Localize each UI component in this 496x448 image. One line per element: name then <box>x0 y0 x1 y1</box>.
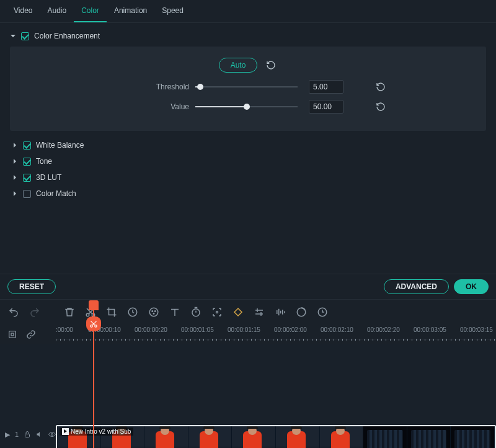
time-label: :00:00 <box>56 326 73 333</box>
lock-icon[interactable] <box>24 430 31 439</box>
text-icon[interactable] <box>169 306 181 318</box>
playhead-handle[interactable] <box>89 300 99 310</box>
delete-icon[interactable] <box>63 306 76 318</box>
section-white-balance: White Balance <box>10 137 486 153</box>
time-label: 00:00:02:00 <box>274 326 307 333</box>
render-icon[interactable] <box>295 306 308 318</box>
time-label: 00:00:03:15 <box>460 326 493 333</box>
auto-button[interactable]: Auto <box>219 58 258 73</box>
svg-point-6 <box>153 313 154 315</box>
chevron-right-icon[interactable] <box>12 158 18 164</box>
timeline-ruler[interactable]: :00:0000:00:00:1000:00:00:2000:00:01:050… <box>56 325 496 339</box>
clip-title-text: New Intro v2 with Sub <box>71 428 131 435</box>
svg-point-15 <box>91 325 93 328</box>
value-row: Value <box>25 100 471 114</box>
audio-icon[interactable] <box>274 306 286 318</box>
label-white-balance: White Balance <box>36 141 84 150</box>
undo-icon[interactable] <box>7 306 20 318</box>
label-tone: Tone <box>36 157 52 166</box>
time-label: 00:00:02:20 <box>367 326 400 333</box>
value-slider[interactable] <box>195 106 298 107</box>
reset-auto-icon[interactable] <box>265 59 277 71</box>
redo-icon <box>29 306 41 318</box>
time-label: 00:00:00:20 <box>135 326 167 333</box>
tracking-icon[interactable] <box>211 306 223 318</box>
section-3d-lut: 3D LUT <box>10 169 486 186</box>
color-icon[interactable] <box>148 306 160 318</box>
panel-buttons: RESET ADVANCED OK <box>0 274 496 300</box>
svg-point-16 <box>95 325 97 328</box>
track-number: 1 <box>15 430 19 439</box>
crop-icon[interactable] <box>105 306 118 318</box>
ok-button[interactable]: OK <box>454 279 489 294</box>
label-color-enhancement: Color Enhancement <box>34 32 100 40</box>
color-enhancement-body: Auto Threshold Value <box>10 47 486 131</box>
svg-point-8 <box>216 311 218 313</box>
snap-icon[interactable] <box>6 328 19 341</box>
threshold-row: Threshold <box>25 80 471 94</box>
clip-title: New Intro v2 with Sub <box>60 428 133 436</box>
reset-value-icon[interactable] <box>374 101 387 113</box>
time-label: 00:00:01:15 <box>228 326 260 333</box>
timeline-ruler-row: :00:0000:00:00:1000:00:00:2000:00:01:050… <box>0 325 496 344</box>
scissor-icon[interactable] <box>86 316 101 331</box>
checkbox-white-balance[interactable] <box>23 141 31 150</box>
svg-point-14 <box>51 434 53 436</box>
chevron-right-icon[interactable] <box>12 174 18 181</box>
link-icon[interactable] <box>25 328 37 341</box>
svg-point-0 <box>86 313 89 316</box>
reset-threshold-icon[interactable] <box>374 81 387 93</box>
visibility-icon[interactable] <box>48 430 56 439</box>
tab-speed[interactable]: Speed <box>154 0 191 22</box>
timeline-body: ▶ 1 New Intro v2 with Sub <box>0 344 496 448</box>
properties-tabs: Video Audio Color Animation Speed <box>0 0 496 23</box>
section-tone: Tone <box>10 153 486 169</box>
svg-point-5 <box>155 311 156 312</box>
threshold-label: Threshold <box>25 83 189 91</box>
checkbox-color-enhancement[interactable] <box>21 32 29 40</box>
tab-color[interactable]: Color <box>74 0 107 22</box>
timer-icon[interactable] <box>190 306 202 318</box>
svg-point-3 <box>149 308 158 316</box>
tab-audio[interactable]: Audio <box>40 0 74 22</box>
time-label: 00:00:02:10 <box>321 326 353 333</box>
play-icon <box>62 428 69 435</box>
chevron-down-icon[interactable] <box>10 33 16 39</box>
checkbox-color-match[interactable] <box>23 190 31 198</box>
checkbox-tone[interactable] <box>23 158 31 166</box>
section-color-match: Color Match <box>10 186 486 202</box>
tab-animation[interactable]: Animation <box>107 0 154 22</box>
time-label: 00:00:01:05 <box>181 326 214 333</box>
color-panel: Color Enhancement Auto Threshold Value <box>0 23 496 207</box>
checkbox-3d-lut[interactable] <box>23 174 31 182</box>
label-color-match: Color Match <box>36 189 76 198</box>
film-icon[interactable]: ▶ <box>5 430 10 439</box>
svg-rect-12 <box>11 333 14 336</box>
reset-button[interactable]: RESET <box>7 279 56 294</box>
video-track-controls: ▶ 1 <box>0 430 56 439</box>
video-track[interactable]: New Intro v2 with Sub <box>56 425 496 448</box>
svg-rect-11 <box>9 331 16 338</box>
svg-point-4 <box>152 311 153 312</box>
chevron-right-icon[interactable] <box>12 142 18 148</box>
value-label: Value <box>25 102 189 111</box>
keyframe-icon[interactable] <box>232 306 244 318</box>
label-3d-lut: 3D LUT <box>36 173 61 182</box>
marker-icon[interactable] <box>316 306 329 318</box>
threshold-slider[interactable] <box>195 86 298 87</box>
adjust-icon[interactable] <box>253 306 265 318</box>
time-label: 00:00:03:05 <box>414 326 446 333</box>
playhead[interactable] <box>93 303 94 448</box>
speed-icon[interactable] <box>126 306 139 318</box>
chevron-right-icon[interactable] <box>12 190 18 197</box>
tab-video[interactable]: Video <box>6 0 40 22</box>
svg-rect-13 <box>25 434 30 437</box>
advanced-button[interactable]: ADVANCED <box>384 279 449 294</box>
section-color-enhancement: Color Enhancement <box>10 28 486 44</box>
mute-icon[interactable] <box>36 430 43 439</box>
value-input[interactable] <box>309 100 343 114</box>
threshold-input[interactable] <box>309 80 343 94</box>
timeline-toolbar <box>0 300 496 325</box>
